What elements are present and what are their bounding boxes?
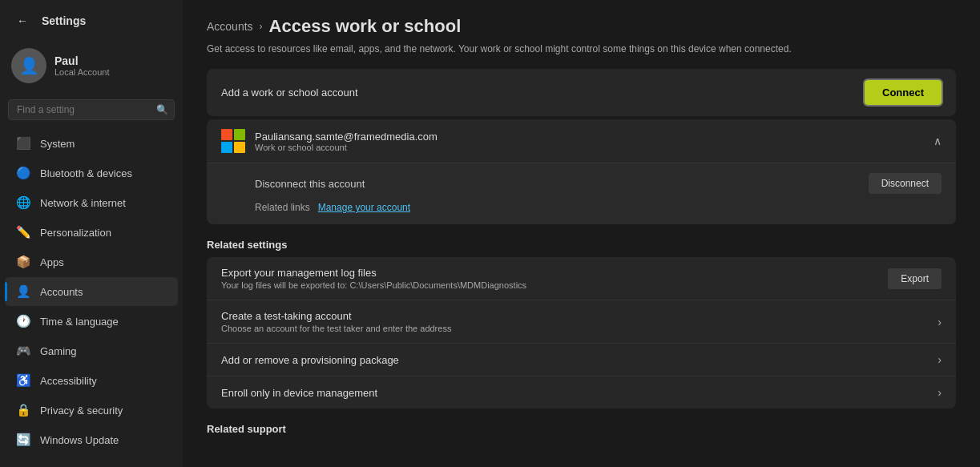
sidebar-nav: ⬛ System 🔵 Bluetooth & devices 🌐 Network… (0, 128, 183, 455)
add-account-label: Add a work or school account (221, 87, 358, 99)
settings-row-test-desc: Choose an account for the test taker and… (221, 324, 451, 333)
avatar: 👤 (11, 48, 46, 83)
microsoft-logo (221, 129, 245, 153)
account-text: Pauliansang.samte@framedmedia.com Work o… (255, 131, 438, 152)
update-icon: 🔄 (16, 433, 30, 447)
sidebar-item-time[interactable]: 🕐 Time & language (5, 307, 178, 336)
sidebar-item-network[interactable]: 🌐 Network & internet (5, 188, 178, 217)
gaming-icon: 🎮 (16, 344, 30, 358)
system-icon: ⬛ (16, 136, 30, 151)
work-account-card: Pauliansang.samte@framedmedia.com Work o… (207, 119, 956, 224)
accessibility-icon: ♿ (16, 373, 30, 388)
sidebar-item-label-system: System (40, 138, 75, 150)
user-name: Paul (54, 54, 110, 67)
sidebar-item-label-network: Network & internet (40, 197, 126, 209)
ms-logo-green (234, 129, 245, 140)
settings-row-test-account[interactable]: Create a test-taking account Choose an a… (207, 300, 956, 344)
sidebar: ← Settings 👤 Paul Local Account 🔍 ⬛ Syst… (0, 0, 183, 467)
personalization-icon: ✏️ (16, 225, 30, 240)
sidebar-item-label-accessibility: Accessibility (40, 375, 97, 387)
apps-icon: 📦 (16, 255, 30, 269)
settings-row-export-desc: Your log files will be exported to: C:\U… (221, 280, 526, 290)
manage-account-link[interactable]: Manage your account (318, 202, 410, 213)
sidebar-item-accounts[interactable]: 👤 Accounts (5, 277, 178, 306)
time-icon: 🕐 (16, 314, 30, 328)
sidebar-item-privacy[interactable]: 🔒 Privacy & security (5, 396, 178, 425)
sidebar-item-label-accounts: Accounts (40, 286, 83, 298)
ms-logo-blue (221, 142, 232, 153)
export-button[interactable]: Export (888, 268, 942, 289)
chevron-right-icon-enroll: › (938, 386, 942, 399)
settings-row-test-left: Create a test-taking account Choose an a… (221, 310, 451, 333)
page-description: Get access to resources like email, apps… (207, 43, 956, 54)
account-info: Pauliansang.samte@framedmedia.com Work o… (221, 129, 438, 153)
main-content: Accounts › Access work or school Get acc… (183, 0, 980, 467)
user-info: Paul Local Account (54, 54, 110, 77)
page-title: Access work or school (269, 16, 462, 37)
ms-logo-yellow (234, 142, 245, 153)
account-header[interactable]: Pauliansang.samte@framedmedia.com Work o… (207, 119, 956, 163)
breadcrumb-link[interactable]: Accounts (207, 20, 253, 33)
settings-row-export-left: Export your management log files Your lo… (221, 267, 526, 290)
settings-row-export[interactable]: Export your management log files Your lo… (207, 257, 956, 300)
chevron-right-icon-provisioning: › (938, 353, 942, 366)
ms-logo-red (221, 129, 232, 140)
search-icon: 🔍 (156, 104, 168, 115)
sidebar-item-label-personalization: Personalization (40, 227, 111, 239)
account-type: Work or school account (255, 143, 438, 152)
settings-row-enroll[interactable]: Enroll only in device management › (207, 376, 956, 409)
sidebar-item-label-bluetooth: Bluetooth & devices (40, 167, 132, 179)
settings-row-enroll-left: Enroll only in device management (221, 387, 377, 399)
back-button[interactable]: ← (11, 10, 34, 32)
sidebar-title: Settings (42, 14, 86, 27)
user-role: Local Account (54, 67, 110, 77)
account-email: Pauliansang.samte@framedmedia.com (255, 131, 438, 143)
add-account-row: Add a work or school account Connect (207, 69, 956, 116)
sidebar-item-label-privacy: Privacy & security (40, 405, 123, 417)
related-links-label: Related links (255, 202, 310, 213)
network-icon: 🌐 (16, 195, 30, 210)
breadcrumb-separator: › (260, 21, 263, 32)
related-support-title: Related support (207, 423, 956, 435)
sidebar-item-bluetooth[interactable]: 🔵 Bluetooth & devices (5, 159, 178, 187)
disconnect-button[interactable]: Disconnect (869, 173, 942, 194)
sidebar-item-personalization[interactable]: ✏️ Personalization (5, 218, 178, 247)
sidebar-item-apps[interactable]: 📦 Apps (5, 248, 178, 276)
settings-row-provisioning-title: Add or remove a provisioning package (221, 354, 399, 366)
sidebar-item-label-gaming: Gaming (40, 345, 77, 357)
bluetooth-icon: 🔵 (16, 166, 30, 180)
chevron-up-icon: ∧ (934, 135, 942, 147)
disconnect-label: Disconnect this account (255, 178, 365, 190)
disconnect-row: Disconnect this account Disconnect (255, 173, 942, 194)
user-profile: 👤 Paul Local Account (0, 40, 183, 95)
related-settings-card: Export your management log files Your lo… (207, 257, 956, 409)
search-input[interactable] (8, 99, 175, 120)
account-expanded: Disconnect this account Disconnect Relat… (207, 163, 956, 224)
accounts-icon: 👤 (16, 284, 30, 299)
related-settings-title: Related settings (207, 239, 956, 251)
chevron-right-icon-test: › (938, 316, 942, 328)
search-box: 🔍 (8, 99, 175, 120)
settings-row-provisioning-left: Add or remove a provisioning package (221, 354, 399, 366)
sidebar-item-gaming[interactable]: 🎮 Gaming (5, 336, 178, 365)
connect-button[interactable]: Connect (865, 80, 942, 105)
sidebar-item-update[interactable]: 🔄 Windows Update (5, 425, 178, 454)
settings-row-test-title: Create a test-taking account (221, 310, 451, 322)
related-links-row: Related links Manage your account (255, 202, 942, 213)
sidebar-item-label-time: Time & language (40, 316, 119, 328)
add-account-card: Add a work or school account Connect (207, 69, 956, 116)
sidebar-item-system[interactable]: ⬛ System (5, 129, 178, 158)
settings-row-provisioning[interactable]: Add or remove a provisioning package › (207, 344, 956, 376)
sidebar-item-label-apps: Apps (40, 256, 64, 268)
sidebar-item-accessibility[interactable]: ♿ Accessibility (5, 366, 178, 395)
sidebar-item-label-update: Windows Update (40, 434, 119, 446)
privacy-icon: 🔒 (16, 403, 30, 417)
breadcrumb: Accounts › Access work or school (207, 16, 956, 37)
sidebar-header: ← Settings (0, 0, 183, 40)
settings-row-export-title: Export your management log files (221, 267, 526, 279)
settings-row-enroll-title: Enroll only in device management (221, 387, 377, 399)
